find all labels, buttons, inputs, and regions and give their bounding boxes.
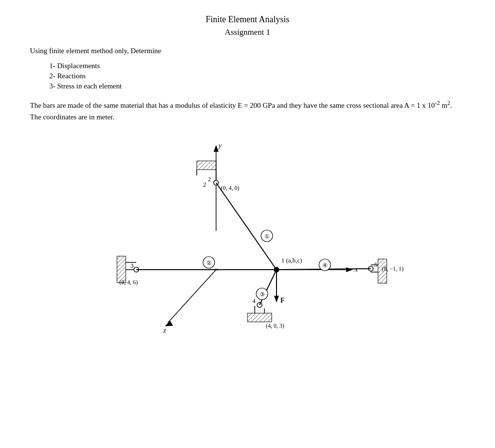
z-axis-label: z bbox=[163, 327, 166, 334]
node2-num: 2 bbox=[203, 181, 206, 188]
list-item-3: 3- Stress in each element bbox=[49, 82, 465, 90]
y-axis-label: y bbox=[218, 142, 222, 149]
node5-label: 5 bbox=[374, 261, 378, 268]
svg-marker-2 bbox=[214, 145, 218, 152]
elem4-label: ④ bbox=[322, 262, 328, 269]
svg-line-5 bbox=[168, 270, 216, 323]
svg-rect-7 bbox=[197, 161, 216, 170]
node1-abc-label: 1 (a,b,c) bbox=[281, 257, 302, 264]
svg-marker-33 bbox=[274, 296, 279, 303]
node4-label: 4 bbox=[252, 297, 256, 304]
svg-marker-4 bbox=[346, 267, 353, 272]
list-items: 1- Displacements 2- Reactions 3- Stress … bbox=[49, 62, 465, 90]
sub-title: Assignment 1 bbox=[30, 28, 465, 37]
coord-node3: (0, 4, 6) bbox=[119, 279, 138, 286]
elem3-label: ③ bbox=[260, 291, 265, 298]
intro-text: Using finite element method only, Determ… bbox=[30, 47, 465, 55]
page: Finite Element Analysis Assignment 1 Usi… bbox=[30, 14, 465, 342]
coord-node2: (0, 4, 0) bbox=[221, 185, 239, 191]
list-item-1: 1- Displacements bbox=[49, 62, 465, 70]
node2-label: 2 bbox=[208, 175, 211, 183]
list-item-2: 2- Reactions bbox=[49, 72, 465, 80]
svg-line-24 bbox=[216, 183, 277, 270]
coord-node4: (4, 0, 3) bbox=[266, 322, 284, 329]
coord-node5: (8, −1, 1) bbox=[382, 265, 404, 272]
title-block: Finite Element Analysis Assignment 1 bbox=[30, 14, 465, 37]
node3-label: 3 bbox=[131, 262, 134, 269]
description: The bars are made of the same material t… bbox=[30, 98, 465, 123]
main-title: Finite Element Analysis bbox=[30, 14, 465, 25]
elem2-label: ② bbox=[206, 260, 212, 266]
svg-rect-15 bbox=[248, 313, 272, 322]
diagram-svg: y x z 2 3 bbox=[73, 134, 422, 342]
x-axis-label: x bbox=[354, 266, 358, 273]
diagram-container: y x z 2 3 bbox=[30, 134, 465, 342]
force-label: F bbox=[280, 297, 285, 304]
elem1-label: ① bbox=[264, 233, 270, 240]
